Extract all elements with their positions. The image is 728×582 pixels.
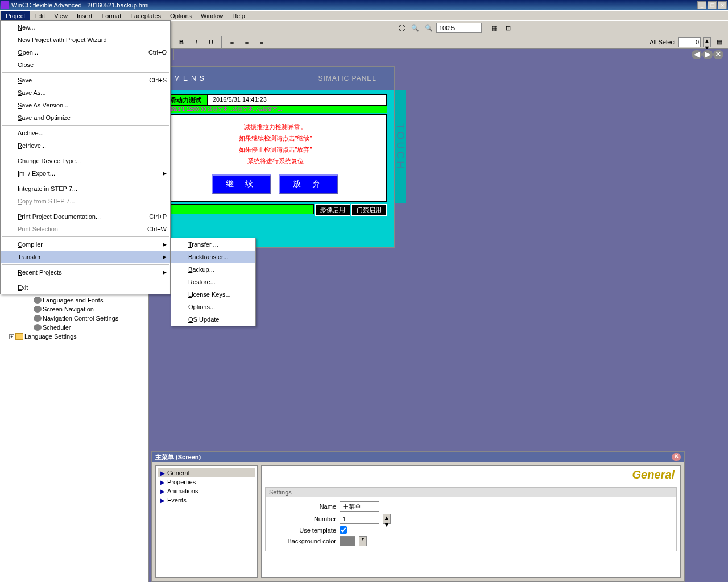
prop-nav-item[interactable]: ▶Animations [158,487,255,496]
transfer-icon [4,252,14,261]
template-checkbox[interactable] [340,526,347,534]
menu-window[interactable]: Window [196,11,228,20]
number-spinner[interactable]: ▲▼ [383,514,391,524]
menu-item[interactable]: Backup... [171,263,255,276]
menu-faceplates[interactable]: Faceplates [126,11,166,20]
blank-icon [4,128,14,138]
menu-label: Exit [18,284,167,291]
zoom-in-icon[interactable]: 🔍 [423,22,435,34]
tree-label: Scheduler [43,324,71,331]
bgcolor-dropdown[interactable]: ▼ [359,536,367,546]
folder-icon [15,333,23,340]
layer-icon[interactable]: ▤ [713,36,726,48]
zoom-input[interactable] [436,23,482,33]
close-button[interactable]: ✕ [718,1,727,9]
num-input[interactable] [678,37,701,47]
image-enable-button[interactable]: 影像启用 [315,204,350,216]
grid-icon[interactable]: ▦ [488,22,500,34]
menu-label: Print Project Documentation... [18,213,146,220]
underline-icon[interactable]: U [205,36,217,48]
bgcolor-swatch[interactable] [340,536,355,546]
bgcolor-label: Background color [268,538,336,544]
menu-item[interactable]: Transfer ... [171,238,255,251]
blank-icon [4,101,14,110]
italic-icon[interactable]: I [190,36,202,48]
props-close-icon[interactable]: ✕ [672,453,681,461]
menu-item[interactable]: Backtransfer... [171,251,255,263]
minimize-button[interactable]: _ [697,1,706,9]
alert-popup: 减振推拉力检测异常。 如果继续检测请点击"继续" 如果停止检测请点击"放弃" 系… [164,114,387,202]
tree-item[interactable]: Navigation Control Settings [1,314,147,323]
menu-item[interactable]: Transfer▶ [1,251,170,263]
tree-item[interactable]: Scheduler [1,323,147,332]
model-label: SIMATIC PANEL [318,74,377,82]
restore-button[interactable]: ❐ [708,1,717,9]
tree-item[interactable]: +Language Settings [1,332,147,341]
menu-label: Save and Optimize [18,114,167,121]
align-center-icon[interactable]: ≡ [241,36,253,48]
menu-item[interactable]: Save As Version... [1,99,170,111]
tree-item[interactable]: Languages and Fonts [1,296,147,305]
project-menu[interactable]: New...New Project with Project WizardOpe… [0,20,171,294]
tree-item[interactable]: Screen Navigation [1,305,147,314]
name-label: Name [268,503,336,510]
menu-item[interactable]: Restore... [171,276,255,288]
menu-options[interactable]: Options [166,11,196,20]
menu-item[interactable]: Compiler▶ [1,238,170,251]
num-spinner[interactable]: ▲▼ [703,37,711,47]
transfer-submenu[interactable]: Transfer ...Backtransfer...Backup...Rest… [171,238,256,326]
menu-label: Recent Projects [18,269,159,276]
menu-item[interactable]: Options... [171,301,255,313]
nav-prev-icon[interactable]: ◀ [692,50,702,59]
shortcut: Ctrl+O [148,49,167,56]
abort-button[interactable]: 放 弃 [279,174,338,194]
menu-format[interactable]: Format [97,11,126,20]
brand-label: MENS [174,74,208,82]
menu-item[interactable]: Im- / Export...▶ [1,167,170,180]
blank-icon [175,277,185,286]
properties-panel: 主菜单 (Screen) ✕ ▶General▶Properties▶Anima… [151,451,685,582]
menu-item[interactable]: Recent Projects▶ [1,266,170,278]
menu-item[interactable]: Close [1,59,170,71]
align-left-icon[interactable]: ≡ [226,36,238,48]
blank-icon [4,35,14,44]
zoom-out-icon[interactable]: 🔍 [409,22,421,34]
menu-help[interactable]: Help [228,11,250,20]
expander-icon[interactable]: + [9,334,14,339]
door-enable-button[interactable]: 门禁启用 [351,204,387,216]
snap-icon[interactable]: ⊞ [502,22,514,34]
zoom-fit-icon[interactable]: ⛶ [395,22,408,34]
menu-item[interactable]: Change Device Type... [1,155,170,167]
shortcut: Ctrl+P [149,213,167,220]
nav-next-icon[interactable]: ▶ [702,50,713,59]
nav-close-icon[interactable]: ✕ [713,50,723,59]
menu-project[interactable]: Project [1,11,30,20]
menu-item[interactable]: SaveCtrl+S [1,74,170,86]
align-right-icon[interactable]: ≡ [255,36,268,48]
menu-edit[interactable]: Edit [30,11,49,20]
menu-item[interactable]: Save As... [1,86,170,99]
props-nav[interactable]: ▶General▶Properties▶Animations▶Events [155,465,258,578]
prop-nav-item[interactable]: ▶Events [158,496,255,505]
menu-item: Copy from STEP 7... [1,195,170,207]
prop-nav-item[interactable]: ▶General [158,468,255,477]
menu-item[interactable]: License Keys... [171,288,255,301]
menu-item[interactable]: Exit [1,281,170,294]
name-input[interactable] [340,501,379,512]
menu-item[interactable]: New... [1,21,170,34]
bold-icon[interactable]: B [175,36,188,48]
menu-item[interactable]: Open...Ctrl+O [1,46,170,59]
menu-item[interactable]: Archive... [1,127,170,139]
menu-item[interactable]: New Project with Project Wizard [1,34,170,46]
menu-insert[interactable]: Insert [72,11,97,20]
continue-button[interactable]: 继 续 [212,174,271,194]
menu-view[interactable]: View [49,11,72,20]
menu-item[interactable]: Retrieve... [1,139,170,152]
menu-item[interactable]: Save and Optimize [1,111,170,124]
menu-item[interactable]: Integrate in STEP 7... [1,182,170,195]
number-input[interactable] [340,514,379,524]
gear-icon [34,315,42,322]
prop-nav-item[interactable]: ▶Properties [158,477,255,487]
menu-item[interactable]: Print Project Documentation...Ctrl+P [1,210,170,223]
menu-item[interactable]: OS Update [171,313,255,326]
